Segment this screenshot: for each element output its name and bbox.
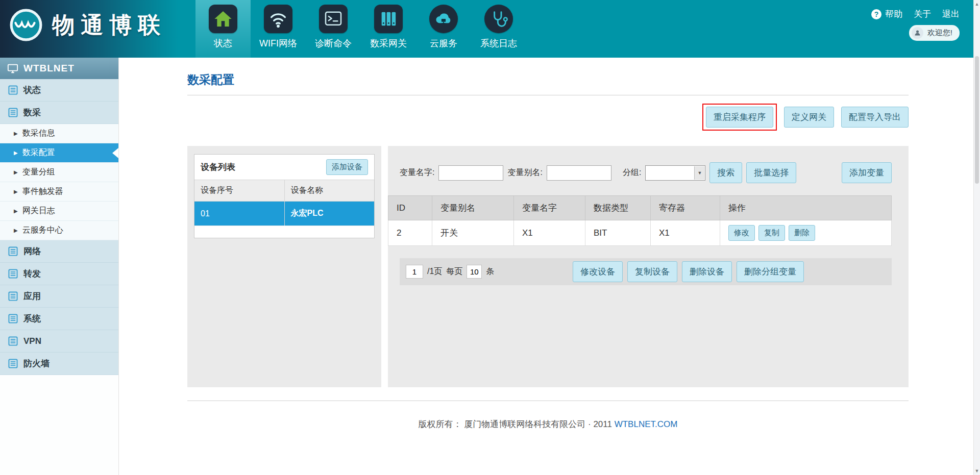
sidebar-item-cloud-center[interactable]: ▶云服务中心: [0, 221, 118, 240]
welcome-text: 欢迎您!: [927, 28, 952, 38]
var-alias: 开关: [432, 220, 514, 246]
variable-filter-bar: 变量名字: 变量别名: 分组: ▼ 搜索 批量选择 添加变量: [400, 162, 892, 183]
stethoscope-icon: [484, 5, 513, 33]
restart-collector-button[interactable]: 重启采集程序: [706, 107, 773, 128]
edit-device-button[interactable]: 修改设备: [573, 261, 623, 282]
list-icon: [8, 85, 18, 95]
top-right-area: ?帮助 关于 退出 欢迎您!: [871, 8, 960, 41]
sidebar-item-network[interactable]: 网络: [0, 240, 118, 263]
nav-item-wifi[interactable]: WIFI网络: [251, 0, 306, 58]
delete-variable-button[interactable]: 删除: [789, 225, 815, 241]
brand-name: 物通博联: [52, 10, 166, 40]
nav-label: WIFI网络: [259, 37, 297, 49]
list-icon: [8, 246, 18, 256]
nav-item-syslog[interactable]: 系统日志: [471, 0, 526, 58]
var-alias-label: 变量别名:: [507, 167, 542, 178]
batch-select-button[interactable]: 批量选择: [746, 162, 796, 183]
var-name-label: 变量名字:: [400, 167, 434, 178]
page-total-label: /1页: [427, 266, 442, 277]
about-link[interactable]: 关于: [914, 8, 931, 20]
list-icon: [8, 314, 18, 323]
cloud-icon: [429, 5, 458, 33]
divider: [187, 401, 909, 401]
copy-device-button[interactable]: 复制设备: [627, 261, 677, 282]
sidebar-item-data-acquisition[interactable]: 数采: [0, 102, 118, 124]
top-links: ?帮助 关于 退出: [871, 8, 960, 20]
delete-group-vars-button[interactable]: 删除分组变量: [737, 261, 804, 282]
device-table-empty-area: [194, 226, 374, 238]
monitor-icon: [7, 63, 18, 74]
list-icon: [8, 336, 18, 346]
col-id: ID: [388, 196, 432, 220]
sidebar-item-da-config[interactable]: ▶数采配置: [0, 143, 118, 163]
device-row[interactable]: 01 永宏PLC: [194, 202, 374, 226]
caret-right-icon: ▶: [14, 189, 18, 194]
sidebar-item-system[interactable]: 系统: [0, 308, 118, 330]
help-icon: ?: [871, 9, 881, 19]
top-header: 物通博联 状态 WIFI网络 诊断命令 数采网关 云服务 系统日志 ?帮助: [0, 0, 980, 58]
brand-logo-icon: [9, 8, 43, 42]
scroll-up-icon[interactable]: ▲: [974, 1, 980, 8]
unit-label: 条: [486, 266, 494, 277]
vertical-scrollbar[interactable]: ▲ ▼: [973, 0, 980, 475]
nav-label: 云服务: [430, 37, 457, 49]
device-panel: 设备列表 添加设备 设备序号 设备名称 01: [187, 146, 381, 387]
logout-link[interactable]: 退出: [942, 8, 960, 20]
nav-item-diagnostic[interactable]: 诊断命令: [306, 0, 361, 58]
scroll-down-icon[interactable]: ▼: [974, 467, 980, 474]
help-link[interactable]: ?帮助: [871, 8, 902, 20]
sidebar-item-var-group[interactable]: ▶变量分组: [0, 163, 118, 182]
nav-label: 状态: [214, 37, 232, 49]
nav-item-status[interactable]: 状态: [195, 0, 251, 58]
edit-variable-button[interactable]: 修改: [728, 225, 755, 241]
brand-logo: 物通博联: [9, 8, 166, 42]
nav-item-gateway[interactable]: 数采网关: [361, 0, 416, 58]
group-select[interactable]: ▼: [645, 165, 705, 181]
sidebar-item-application[interactable]: 应用: [0, 285, 118, 308]
sidebar-item-status[interactable]: 状态: [0, 79, 118, 102]
page-number-input[interactable]: [406, 265, 423, 279]
page-title: 数采配置: [187, 72, 909, 88]
col-actions: 操作: [720, 196, 892, 220]
page-toolbar: 重启采集程序 定义网关 配置导入导出: [187, 104, 909, 131]
sidebar-item-gateway-log[interactable]: ▶网关日志: [0, 202, 118, 221]
list-icon: [8, 359, 18, 368]
caret-right-icon: ▶: [14, 169, 18, 175]
footer-link[interactable]: WTBLNET.COM: [615, 419, 678, 429]
sidebar: WTBLNET 状态 数采 ▶数采信息 ▶数采配置 ▶变量分组 ▶事件触发器 ▶…: [0, 58, 119, 475]
caret-right-icon: ▶: [14, 150, 18, 156]
col-name: 变量名字: [514, 196, 585, 220]
per-page-input[interactable]: [467, 265, 482, 279]
var-alias-input[interactable]: [547, 165, 611, 181]
scrollbar-thumb[interactable]: [975, 56, 979, 184]
copy-variable-button[interactable]: 复制: [758, 225, 785, 241]
var-type: BIT: [585, 220, 651, 246]
list-icon: [8, 108, 18, 117]
define-gateway-button[interactable]: 定义网关: [784, 107, 834, 128]
config-import-export-button[interactable]: 配置导入导出: [841, 107, 909, 128]
sidebar-item-da-info[interactable]: ▶数采信息: [0, 124, 118, 143]
caret-right-icon: ▶: [14, 228, 18, 233]
delete-device-button[interactable]: 删除设备: [682, 261, 732, 282]
var-name-input[interactable]: [438, 165, 503, 181]
add-device-button[interactable]: 添加设备: [326, 159, 368, 175]
sidebar-item-event-trigger[interactable]: ▶事件触发器: [0, 182, 118, 202]
add-variable-button[interactable]: 添加变量: [842, 162, 892, 183]
col-register: 寄存器: [651, 196, 720, 220]
sidebar-title: WTBLNET: [0, 58, 118, 79]
sidebar-item-vpn[interactable]: VPN: [0, 330, 118, 353]
wifi-icon: [264, 5, 292, 33]
device-col-name: 设备名称: [284, 180, 374, 202]
main-content: 数采配置 重启采集程序 定义网关 配置导入导出 设备列表 添加设备: [119, 58, 980, 475]
nav-item-cloud[interactable]: 云服务: [416, 0, 471, 58]
welcome-badge[interactable]: 欢迎您!: [909, 25, 960, 41]
sidebar-item-forward[interactable]: 转发: [0, 263, 118, 285]
device-col-serial: 设备序号: [194, 180, 284, 202]
pagination-bar: /1页 每页 条 修改设备 复制设备 删除设备 删除分组变量: [400, 258, 892, 285]
nav-label: 系统日志: [480, 37, 517, 49]
nav-label: 数采网关: [370, 37, 407, 49]
sidebar-item-firewall[interactable]: 防火墙: [0, 353, 118, 375]
terminal-icon: [319, 5, 348, 33]
search-button[interactable]: 搜索: [709, 162, 742, 183]
home-icon: [209, 5, 237, 33]
